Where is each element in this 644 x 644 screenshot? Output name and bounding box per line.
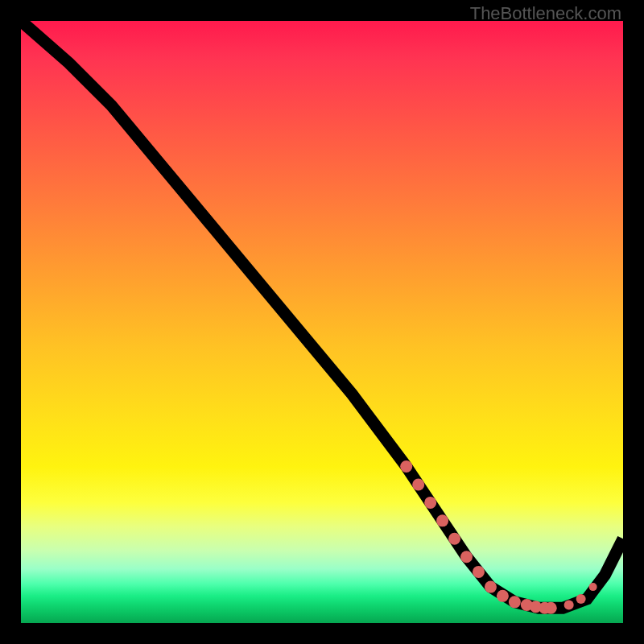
chart-marker bbox=[460, 551, 473, 563]
chart-plot-area bbox=[21, 21, 623, 623]
chart-marker bbox=[564, 601, 574, 610]
chart-marker bbox=[436, 514, 448, 526]
chart-marker bbox=[424, 497, 436, 509]
chart-marker bbox=[485, 581, 497, 593]
chart-marker bbox=[509, 596, 521, 608]
chart-marker bbox=[576, 594, 586, 604]
watermark-text: TheBottleneck.com bbox=[470, 3, 621, 24]
chart-marker bbox=[589, 583, 597, 591]
chart-marker bbox=[412, 478, 424, 490]
chart-marker bbox=[545, 602, 557, 614]
chart-marker bbox=[448, 533, 460, 545]
chart-marker bbox=[400, 460, 412, 473]
chart-curve bbox=[21, 21, 623, 608]
chart-marker bbox=[497, 590, 509, 602]
chart-marker bbox=[473, 566, 485, 578]
chart-overlay bbox=[21, 21, 623, 623]
